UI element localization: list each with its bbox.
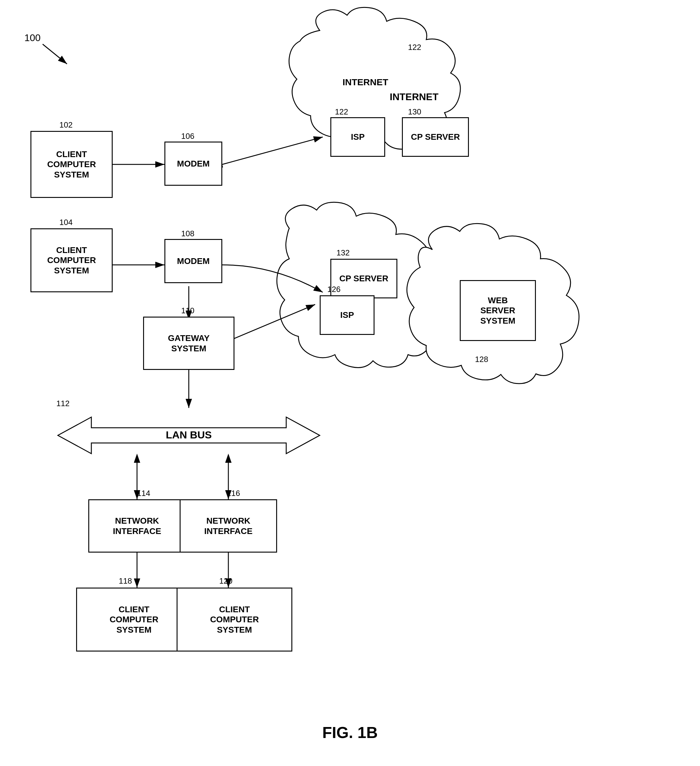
- ref-122a: 122: [335, 107, 348, 117]
- ref-106: 106: [181, 131, 194, 141]
- gateway-110: GATEWAY SYSTEM: [143, 317, 234, 370]
- ref-126: 126: [327, 285, 340, 294]
- ref-114: 114: [137, 489, 150, 498]
- client-computer-118: CLIENT COMPUTER SYSTEM: [76, 587, 192, 652]
- ref-122b: 122: [408, 43, 421, 52]
- ref-104: 104: [59, 218, 73, 227]
- ref-130: 130: [408, 107, 421, 117]
- svg-text:100: 100: [24, 32, 41, 43]
- fig-label: FIG. 1B: [304, 723, 396, 742]
- ref-110: 110: [181, 306, 194, 315]
- isp-122: ISP: [330, 117, 385, 157]
- svg-line-5: [222, 137, 323, 165]
- isp-126: ISP: [320, 295, 374, 335]
- svg-text:INTERNET: INTERNET: [342, 77, 388, 87]
- ref-112: 112: [56, 399, 70, 408]
- svg-line-8: [228, 304, 315, 341]
- ref-118: 118: [119, 576, 132, 586]
- ref-116: 116: [227, 489, 240, 498]
- cpserver-130: CP SERVER: [402, 117, 469, 157]
- client-computer-120: CLIENT COMPUTER SYSTEM: [177, 587, 292, 652]
- webserver-128: WEB SERVER SYSTEM: [460, 280, 536, 341]
- ref-108: 108: [181, 229, 194, 238]
- client-computer-102: CLIENT COMPUTER SYSTEM: [30, 131, 112, 198]
- ref-102: 102: [59, 120, 73, 130]
- client-computer-104: CLIENT COMPUTER SYSTEM: [30, 228, 112, 292]
- ref-128: 128: [475, 355, 488, 364]
- ref-132: 132: [336, 248, 350, 258]
- netif-116: NETWORK INTERFACE: [180, 499, 277, 552]
- svg-text:LAN BUS: LAN BUS: [166, 429, 212, 440]
- modem-106: MODEM: [165, 142, 222, 186]
- netif-114: NETWORK INTERFACE: [88, 499, 186, 552]
- modem-108: MODEM: [165, 239, 222, 283]
- internet-label: INTERNET: [390, 91, 439, 103]
- ref-120: 120: [219, 576, 232, 586]
- svg-line-17: [43, 44, 67, 64]
